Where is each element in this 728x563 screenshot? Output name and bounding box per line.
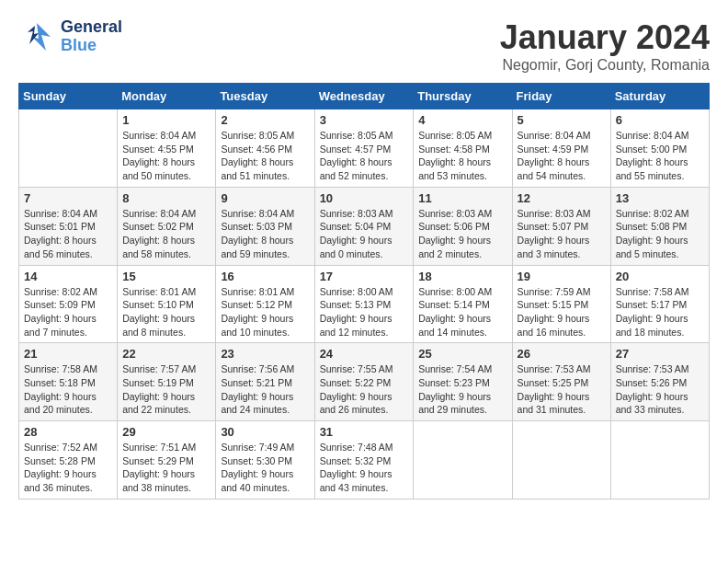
sunset-text: Sunset: 5:18 PM: [24, 376, 112, 390]
daylight-text: Daylight: 9 hours and 22 minutes.: [122, 390, 210, 417]
day-number: 27: [616, 347, 704, 361]
daylight-text: Daylight: 9 hours and 36 minutes.: [24, 467, 112, 494]
day-info: Sunrise: 7:53 AMSunset: 5:25 PMDaylight:…: [518, 362, 606, 417]
calendar-cell: 8Sunrise: 8:04 AMSunset: 5:02 PMDaylight…: [118, 187, 216, 265]
calendar-cell: 10Sunrise: 8:03 AMSunset: 5:04 PMDayligh…: [314, 187, 414, 265]
day-info: Sunrise: 8:02 AMSunset: 5:09 PMDaylight:…: [24, 285, 112, 339]
daylight-text: Daylight: 9 hours and 20 minutes.: [24, 390, 112, 417]
sunset-text: Sunset: 5:17 PM: [616, 298, 704, 312]
day-info: Sunrise: 8:01 AMSunset: 5:12 PMDaylight:…: [221, 285, 309, 339]
day-number: 28: [24, 425, 112, 439]
calendar-cell: [19, 109, 118, 188]
calendar-cell: 3Sunrise: 8:05 AMSunset: 4:57 PMDaylight…: [314, 109, 414, 188]
daylight-text: Daylight: 8 hours and 50 minutes.: [122, 155, 210, 182]
day-number: 6: [616, 113, 704, 127]
day-info: Sunrise: 7:49 AMSunset: 5:30 PMDaylight:…: [221, 441, 309, 495]
day-info: Sunrise: 7:51 AMSunset: 5:29 PMDaylight:…: [122, 441, 210, 495]
sunrise-text: Sunrise: 8:04 AM: [122, 129, 210, 143]
calendar-cell: 31Sunrise: 7:48 AMSunset: 5:32 PMDayligh…: [314, 421, 414, 500]
daylight-text: Daylight: 8 hours and 53 minutes.: [418, 155, 506, 182]
daylight-text: Daylight: 9 hours and 38 minutes.: [122, 467, 210, 494]
calendar-cell: 22Sunrise: 7:57 AMSunset: 5:19 PMDayligh…: [118, 343, 216, 421]
daylight-text: Daylight: 9 hours and 10 minutes.: [221, 312, 309, 339]
day-info: Sunrise: 7:56 AMSunset: 5:21 PMDaylight:…: [221, 362, 309, 417]
day-info: Sunrise: 8:01 AMSunset: 5:10 PMDaylight:…: [122, 285, 210, 339]
day-number: 2: [221, 113, 309, 127]
sunset-text: Sunset: 5:00 PM: [616, 143, 704, 156]
sunset-text: Sunset: 5:04 PM: [320, 220, 409, 234]
day-number: 10: [320, 191, 409, 205]
sunset-text: Sunset: 5:12 PM: [221, 298, 309, 312]
calendar-cell: 27Sunrise: 7:53 AMSunset: 5:26 PMDayligh…: [610, 343, 709, 421]
day-number: 18: [418, 270, 506, 283]
sunset-text: Sunset: 5:29 PM: [122, 454, 210, 468]
day-number: 21: [24, 347, 112, 361]
daylight-text: Daylight: 9 hours and 0 minutes.: [320, 234, 409, 260]
calendar-cell: 20Sunrise: 7:58 AMSunset: 5:17 PMDayligh…: [610, 265, 709, 343]
day-info: Sunrise: 7:59 AMSunset: 5:15 PMDaylight:…: [518, 285, 606, 339]
day-number: 11: [418, 191, 506, 205]
sunrise-text: Sunrise: 7:58 AM: [24, 362, 112, 376]
location-text: Negomir, Gorj County, Romania: [500, 57, 710, 74]
daylight-text: Daylight: 9 hours and 16 minutes.: [518, 312, 606, 339]
sunset-text: Sunset: 5:19 PM: [122, 376, 210, 390]
sunset-text: Sunset: 5:07 PM: [518, 220, 606, 234]
sunrise-text: Sunrise: 8:05 AM: [221, 129, 309, 143]
month-title: January 2024: [500, 18, 710, 57]
day-number: 30: [221, 425, 309, 439]
sunrise-text: Sunrise: 7:53 AM: [518, 362, 606, 376]
daylight-text: Daylight: 8 hours and 51 minutes.: [221, 155, 309, 182]
daylight-text: Daylight: 9 hours and 29 minutes.: [418, 390, 506, 417]
sunrise-text: Sunrise: 8:02 AM: [24, 285, 112, 299]
daylight-text: Daylight: 9 hours and 3 minutes.: [518, 234, 606, 260]
day-number: 31: [320, 425, 409, 439]
day-info: Sunrise: 7:55 AMSunset: 5:22 PMDaylight:…: [320, 362, 409, 417]
sunset-text: Sunset: 4:58 PM: [418, 143, 506, 156]
daylight-text: Daylight: 9 hours and 31 minutes.: [518, 390, 606, 417]
weekday-header-row: SundayMondayTuesdayWednesdayThursdayFrid…: [19, 84, 710, 109]
day-info: Sunrise: 8:05 AMSunset: 4:57 PMDaylight:…: [320, 129, 409, 183]
daylight-text: Daylight: 9 hours and 26 minutes.: [320, 390, 409, 417]
sunset-text: Sunset: 5:22 PM: [320, 376, 409, 390]
calendar-cell: [414, 421, 512, 500]
logo-general-text: General: [61, 18, 122, 37]
day-info: Sunrise: 8:05 AMSunset: 4:56 PMDaylight:…: [221, 129, 309, 183]
sunrise-text: Sunrise: 8:04 AM: [518, 129, 606, 143]
calendar-cell: 15Sunrise: 8:01 AMSunset: 5:10 PMDayligh…: [118, 265, 216, 343]
daylight-text: Daylight: 9 hours and 18 minutes.: [616, 312, 704, 339]
week-row-0: 1Sunrise: 8:04 AMSunset: 4:55 PMDaylight…: [19, 109, 710, 188]
daylight-text: Daylight: 9 hours and 2 minutes.: [418, 234, 506, 260]
calendar-cell: 5Sunrise: 8:04 AMSunset: 4:59 PMDaylight…: [512, 109, 610, 188]
daylight-text: Daylight: 9 hours and 14 minutes.: [418, 312, 506, 339]
calendar-cell: 11Sunrise: 8:03 AMSunset: 5:06 PMDayligh…: [414, 187, 512, 265]
day-number: 19: [518, 270, 606, 283]
calendar-cell: 26Sunrise: 7:53 AMSunset: 5:25 PMDayligh…: [512, 343, 610, 421]
sunset-text: Sunset: 5:03 PM: [221, 220, 309, 234]
calendar-cell: [610, 421, 709, 500]
day-number: 29: [122, 425, 210, 439]
calendar-cell: 18Sunrise: 8:00 AMSunset: 5:14 PMDayligh…: [414, 265, 512, 343]
daylight-text: Daylight: 9 hours and 8 minutes.: [122, 312, 210, 339]
calendar-cell: 24Sunrise: 7:55 AMSunset: 5:22 PMDayligh…: [314, 343, 414, 421]
day-info: Sunrise: 8:00 AMSunset: 5:14 PMDaylight:…: [418, 285, 506, 339]
sunset-text: Sunset: 5:26 PM: [616, 376, 704, 390]
daylight-text: Daylight: 9 hours and 33 minutes.: [616, 390, 704, 417]
sunrise-text: Sunrise: 8:02 AM: [616, 207, 704, 221]
day-number: 3: [320, 113, 409, 127]
calendar-cell: 1Sunrise: 8:04 AMSunset: 4:55 PMDaylight…: [118, 109, 216, 188]
sunrise-text: Sunrise: 7:49 AM: [221, 441, 309, 454]
day-info: Sunrise: 7:54 AMSunset: 5:23 PMDaylight:…: [418, 362, 506, 417]
sunset-text: Sunset: 4:59 PM: [518, 143, 606, 156]
weekday-header-monday: Monday: [118, 84, 216, 109]
sunrise-text: Sunrise: 7:53 AM: [616, 362, 704, 376]
calendar-cell: 28Sunrise: 7:52 AMSunset: 5:28 PMDayligh…: [19, 421, 118, 500]
sunrise-text: Sunrise: 7:55 AM: [320, 362, 409, 376]
day-info: Sunrise: 7:52 AMSunset: 5:28 PMDaylight:…: [24, 441, 112, 495]
sunrise-text: Sunrise: 7:56 AM: [221, 362, 309, 376]
sunrise-text: Sunrise: 8:03 AM: [320, 207, 409, 221]
sunset-text: Sunset: 5:25 PM: [518, 376, 606, 390]
calendar-cell: 6Sunrise: 8:04 AMSunset: 5:00 PMDaylight…: [610, 109, 709, 188]
day-info: Sunrise: 8:03 AMSunset: 5:04 PMDaylight:…: [320, 207, 409, 261]
sunrise-text: Sunrise: 8:05 AM: [418, 129, 506, 143]
day-info: Sunrise: 7:57 AMSunset: 5:19 PMDaylight:…: [122, 362, 210, 417]
